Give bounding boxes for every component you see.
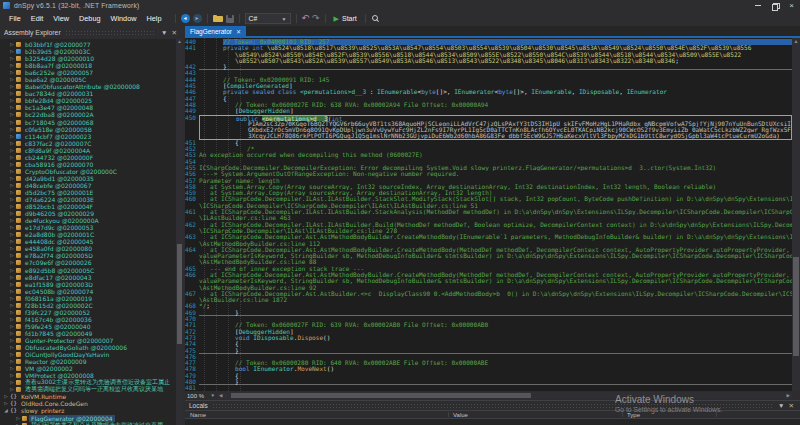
expander-icon[interactable]: ▷ <box>9 70 15 75</box>
expander-icon[interactable]: ▷ <box>9 310 15 315</box>
tree-item[interactable]: ▷cba58916 @02000070 <box>0 161 183 168</box>
expander-icon[interactable]: ▷ <box>9 225 15 230</box>
expander-icon[interactable]: ▷ <box>3 394 9 399</box>
expander-icon[interactable]: ▷ <box>9 338 15 343</box>
expander-icon[interactable]: ▷ <box>9 176 15 181</box>
tree-item[interactable]: ▷c8fd8a9f @0200004A <box>0 147 183 154</box>
pin-icon[interactable]: ▼ <box>159 29 169 36</box>
zoom-level-select[interactable]: 100 % ▼ <box>185 393 217 399</box>
locals-column-value[interactable]: Value <box>453 412 468 418</box>
tree-item[interactable]: ▷c114cbf7 @02000023 <box>0 133 183 140</box>
expander-icon[interactable]: ▷ <box>9 77 15 82</box>
expander-icon[interactable]: ▷ <box>9 260 15 265</box>
expander-icon[interactable]: ▷ <box>9 246 15 251</box>
tree-item[interactable]: ▷b2b39d5 @0200003C <box>0 48 183 55</box>
tree-item[interactable]: ▷d48cebfe @02000067 <box>0 182 183 189</box>
expander-icon[interactable]: ▷ <box>9 387 15 392</box>
tree-item[interactable]: ▷FlagGenerator @02000004 <box>0 414 183 421</box>
start-button[interactable]: ▶ Start <box>331 14 360 23</box>
navigate-forward-icon[interactable]: ▸ <box>193 14 202 23</box>
restore-button[interactable] <box>766 0 783 11</box>
tree-item[interactable]: ▷e44408dc @02000045 <box>0 238 183 245</box>
expander-icon[interactable]: ▷ <box>9 296 15 301</box>
expander-icon[interactable]: ▷ <box>9 345 15 350</box>
tree-item[interactable]: ▷f068161a @02000019 <box>0 295 183 302</box>
tree-item[interactable]: ▷b8b8aa7f @02000018 <box>0 62 183 69</box>
tree-item[interactable]: ▷e458a0fd @02000080 <box>0 245 183 252</box>
expander-icon[interactable]: ▷ <box>9 317 15 322</box>
scroll-up-icon[interactable]: ▲ <box>792 38 800 45</box>
navigate-back-icon[interactable]: ◂ <box>181 14 190 23</box>
tree-item[interactable]: ▷BabelObfuscatorAttribute @02000008 <box>0 83 183 90</box>
tree-item[interactable]: ▷ea1f1589 @0200003D <box>0 281 183 288</box>
tree-item[interactable]: ▷c837fac2 @0200007C <box>0 140 183 147</box>
scroll-left-icon[interactable]: ◀ <box>219 392 222 399</box>
expander-icon[interactable]: ▷ <box>9 373 15 378</box>
expander-icon[interactable]: ▷ <box>9 162 15 167</box>
expander-icon[interactable]: ▷ <box>9 91 15 96</box>
expander-icon[interactable]: ▷ <box>9 359 15 364</box>
scroll-right-icon[interactable]: ▶ <box>787 392 790 399</box>
menu-view[interactable]: View <box>48 14 74 23</box>
menu-help[interactable]: Help <box>142 14 167 23</box>
tree-item[interactable]: ▷e2a8d80b @0200001C <box>0 231 183 238</box>
expander-icon[interactable]: ▷ <box>9 239 15 244</box>
horizontal-scrollbar-thumb[interactable] <box>231 393 531 398</box>
expander-icon[interactable]: ▷ <box>9 232 15 237</box>
expander-icon[interactable]: ▷ <box>9 352 15 357</box>
expander-icon[interactable]: ▷ <box>9 42 15 47</box>
expander-icon[interactable]: ▷ <box>9 127 15 132</box>
open-folder-icon[interactable] <box>213 15 223 23</box>
expander-icon[interactable]: ▷ <box>9 380 15 385</box>
expander-icon[interactable]: ▷ <box>9 218 15 223</box>
expander-icon[interactable]: ▷ <box>9 282 15 287</box>
tree-item[interactable]: ▷f4167c4b @02000036 <box>0 316 183 323</box>
save-icon[interactable] <box>226 15 234 23</box>
expander-icon[interactable]: ▷ <box>9 275 15 280</box>
tree-item[interactable]: ▷ObfuscatedByGoliath @02000006 <box>0 344 183 351</box>
tree-item[interactable]: ▷f28b15d2 @0200002C <box>0 302 183 309</box>
tree-item[interactable]: ▷e8dfac17 @02000043 <box>0 274 183 281</box>
expander-icon[interactable]: ▷ <box>9 268 15 273</box>
tree-item[interactable]: ▷CryptoObfuscator @0200000C <box>0 168 183 175</box>
scroll-up-icon[interactable]: ▲ <box>176 39 183 45</box>
tree-item[interactable]: ▷e7c09e6f @02000026 <box>0 259 183 266</box>
tree-item[interactable]: ▷cb244732 @0200000F <box>0 154 183 161</box>
expander-icon[interactable]: ▷ <box>9 303 15 308</box>
tree-item[interactable]: ▷ba6c252e @02000057 <box>0 69 183 76</box>
tree-item[interactable]: ▷bac7834d @02000031 <box>0 90 183 97</box>
tree-item[interactable]: ▷我们因哭梦寒了和克丛草睡眠选去觉珞冻过自直里 <box>0 422 183 425</box>
expander-icon[interactable]: ▷ <box>9 120 15 125</box>
tree-item[interactable]: ▷OiCuntJollyGoodDayYaHavin______________… <box>0 351 183 358</box>
tree-item[interactable]: ◢{}slowy_printerz <box>0 407 183 414</box>
locals-column-type[interactable]: Type <box>627 412 640 418</box>
tree-item[interactable]: ▷e17d7d9c @02000053 <box>0 224 183 231</box>
tree-item[interactable]: ▷bc22dba8 @0200002A <box>0 111 183 118</box>
code-editor[interactable]: 440// Token: 0x04000101 RID: 257441priva… <box>185 38 800 391</box>
tab-flaggenerator[interactable]: FlagGenerator ✕ <box>185 26 246 36</box>
locals-header[interactable]: Locals ▼ ✕ <box>185 401 800 410</box>
tree-item[interactable]: ▷baa6a2 @0200005C <box>0 76 183 83</box>
tree-item[interactable]: ▷d42a9bd1 @02000035 <box>0 175 183 182</box>
expander-icon[interactable]: ▷ <box>9 63 15 68</box>
tree-item[interactable]: ▷Reactor @02000009 <box>0 358 183 365</box>
expander-icon[interactable]: ▷ <box>9 253 15 258</box>
tree-item[interactable]: ▷透男需调端把复义问吗等一正离校监只收离议厌某地 <box>0 386 183 393</box>
expander-icon[interactable]: ▷ <box>9 105 15 110</box>
expander-icon[interactable]: ▷ <box>9 84 15 89</box>
tab-close-icon[interactable]: ✕ <box>236 28 241 35</box>
close-panel-icon[interactable]: ✕ <box>170 29 179 37</box>
language-select[interactable]: C# ▼ <box>245 13 291 24</box>
tree-item[interactable]: ▷bc1a3e47 @02000048 <box>0 104 183 111</box>
expander-icon[interactable]: ▷ <box>9 112 15 117</box>
tree-item[interactable]: ▷{}KoiVM.Runtime <box>0 393 183 400</box>
expander-icon[interactable]: ▷ <box>9 204 15 209</box>
tree-item[interactable]: ▷d852bcb1 @0200004F <box>0 203 183 210</box>
close-panel-icon[interactable]: ✕ <box>787 402 796 410</box>
expander-icon[interactable]: ▷ <box>9 49 15 54</box>
editor-scrollbar[interactable]: ▲ <box>792 38 800 391</box>
tree-item[interactable]: ▷f59fe245 @02000040 <box>0 323 183 330</box>
tree-item[interactable]: ▷d9b46205 @02000029 <box>0 210 183 217</box>
tree-item[interactable]: ▷d5d2bc75 @0200001E <box>0 189 183 196</box>
tree-item[interactable]: ▷Gunter-Protector @02000007 <box>0 337 183 344</box>
